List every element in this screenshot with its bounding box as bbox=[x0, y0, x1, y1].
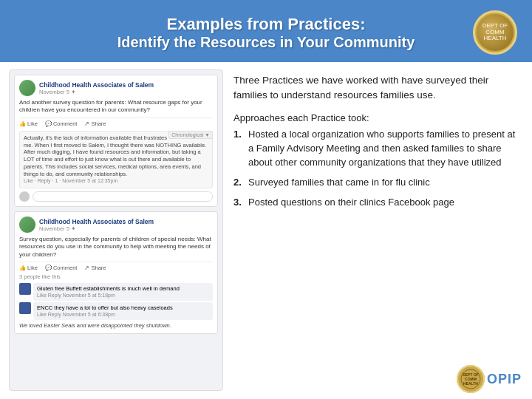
fb-comment-text-2-1: Gluten free Buffett establishments is mu… bbox=[37, 285, 180, 292]
approaches-label: Approaches each Practice took: bbox=[233, 112, 523, 123]
list-num-3: 3. bbox=[233, 196, 244, 210]
fb-reply-avatar-1 bbox=[19, 191, 30, 202]
fb-post-1-header: Childhood Health Associates of Salem Nov… bbox=[19, 80, 213, 96]
fb-comment-bubble-2-1: Gluten free Buffett establishments is mu… bbox=[33, 283, 213, 301]
fb-date-1: November 5 ✦ bbox=[39, 89, 154, 95]
fb-page-name-2: Childhood Health Associates of Salem bbox=[39, 218, 154, 225]
fb-post-2: Childhood Health Associates of Salem Nov… bbox=[14, 211, 218, 334]
list-num-2: 2. bbox=[233, 176, 244, 190]
right-panel: Three Practices we have worked with have… bbox=[233, 69, 523, 391]
fb-comment-bubble-2-2: ENCC they have a lot to offer but also h… bbox=[33, 302, 213, 320]
intro-text: Three Practices we have worked with have… bbox=[233, 73, 523, 102]
header-line2: Identify the Resources in Your Community bbox=[59, 34, 473, 51]
fb-commenter-avatar-2-1 bbox=[19, 283, 31, 295]
fb-actions-1: 👍 Like 💬 Comment ↗ Share bbox=[19, 117, 213, 127]
list-num-1: 1. bbox=[233, 128, 244, 170]
list-text-2: Surveyed families that came in for flu c… bbox=[248, 176, 430, 190]
fb-commenter-avatar-2-2 bbox=[19, 302, 31, 314]
opip-text: OPIP bbox=[487, 372, 522, 387]
chronological-tag-1[interactable]: Chronological ▼ bbox=[168, 131, 213, 139]
fb-page-name-1: Childhood Health Associates of Salem bbox=[39, 81, 154, 89]
fb-comment-row-2-2: ENCC they have a lot to offer but also h… bbox=[19, 302, 213, 320]
fb-reply-input-1[interactable] bbox=[33, 191, 213, 202]
fb-share-btn-2[interactable]: ↗ Share bbox=[84, 265, 106, 271]
fb-comment-meta-1: Like · Reply · 1 · November 5 at 12:35pm bbox=[24, 178, 117, 183]
page-header: Examples from Practices: Identify the Re… bbox=[0, 0, 532, 62]
fb-actions-2: 👍 Like 💬 Comment ↗ Share bbox=[19, 262, 213, 271]
logo-inner: DEPT OFCOMMHEALTH bbox=[477, 14, 514, 51]
fb-comment-text-1: Actually, it's the lack of information a… bbox=[24, 134, 206, 177]
fb-date-2: November 5 ✦ bbox=[39, 225, 154, 232]
fb-comment-meta-2-1: Like Reply November 5 at 5:18pm bbox=[37, 293, 115, 298]
fb-page-avatar-2 bbox=[19, 216, 35, 233]
header-line1: Examples from Practices: bbox=[59, 15, 473, 34]
fb-likes-count-2: 3 people like this bbox=[19, 273, 213, 280]
fb-comment-thread-1: Actually, it's the lack of information a… bbox=[19, 131, 213, 188]
facebook-mockup: Childhood Health Associates of Salem Nov… bbox=[9, 69, 223, 391]
opip-logo-circle: DEPT OF COMM HEALTH bbox=[457, 365, 485, 393]
fb-shutdown-text: We loved Easter Seals and were disappoin… bbox=[19, 322, 213, 329]
main-content: Childhood Health Associates of Salem Nov… bbox=[0, 62, 532, 398]
fb-reply-box-1 bbox=[19, 191, 213, 202]
list-item-1: 1. Hosted a local organization who suppo… bbox=[233, 128, 523, 170]
list-text-3: Posted questions on their clinics Facebo… bbox=[248, 196, 454, 210]
fb-comment-row-2-1: Gluten free Buffett establishments is mu… bbox=[19, 283, 213, 301]
fb-post-text-2: Survey question, especially for parents … bbox=[19, 236, 213, 259]
opip-logo-svg: DEPT OF COMM HEALTH bbox=[457, 365, 485, 393]
fb-post-2-header: Childhood Health Associates of Salem Nov… bbox=[19, 216, 213, 233]
svg-text:HEALTH: HEALTH bbox=[463, 381, 478, 386]
header-titles: Examples from Practices: Identify the Re… bbox=[59, 15, 473, 51]
fb-page-avatar-1 bbox=[19, 80, 35, 96]
opip-footer: DEPT OF COMM HEALTH OPIP bbox=[457, 365, 522, 393]
fb-share-btn-1[interactable]: ↗ Share bbox=[84, 120, 106, 127]
fb-like-btn-1[interactable]: 👍 Like bbox=[19, 120, 38, 127]
approaches-list: 1. Hosted a local organization who suppo… bbox=[233, 128, 523, 215]
fb-post-text-1: And another survey question for parents:… bbox=[19, 99, 213, 115]
list-item-2: 2. Surveyed families that came in for fl… bbox=[233, 176, 523, 190]
fb-comment-meta-2-2: Like Reply November 5 at 6:38pm bbox=[37, 312, 115, 317]
fb-comment-text-2-2: ENCC they have a lot to offer but also h… bbox=[37, 304, 173, 311]
org-logo: DEPT OFCOMMHEALTH bbox=[473, 10, 517, 55]
fb-comment-btn-2[interactable]: 💬 Comment bbox=[45, 265, 78, 271]
fb-comment-btn-1[interactable]: 💬 Comment bbox=[45, 120, 78, 127]
list-text-1: Hosted a local organization who supports… bbox=[248, 128, 523, 170]
fb-post-1: Childhood Health Associates of Salem Nov… bbox=[14, 75, 218, 207]
fb-like-btn-2[interactable]: 👍 Like bbox=[19, 265, 38, 271]
list-item-3: 3. Posted questions on their clinics Fac… bbox=[233, 196, 523, 210]
